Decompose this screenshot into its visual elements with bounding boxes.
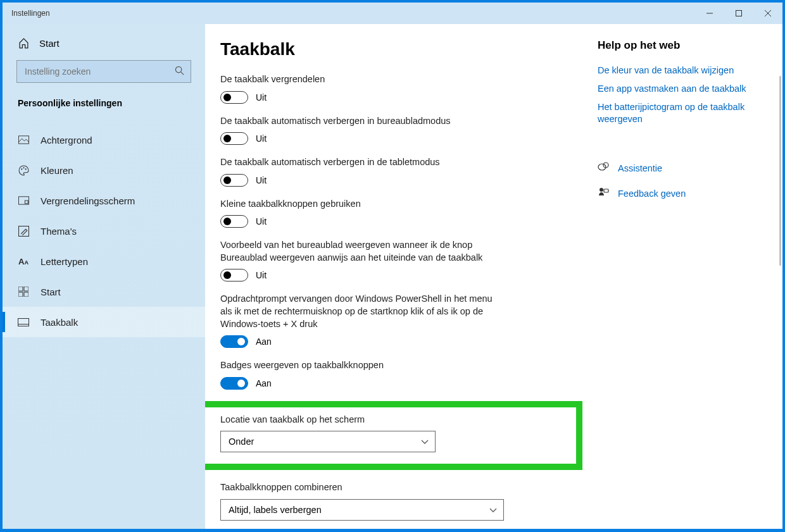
titlebar: Instellingen bbox=[3, 3, 782, 24]
maximize-button[interactable] bbox=[724, 3, 753, 24]
feedback-icon bbox=[598, 187, 609, 201]
sidebar-item-colors[interactable]: Kleuren bbox=[3, 155, 205, 185]
select-value: Altijd, labels verbergen bbox=[229, 505, 322, 515]
toggle-small-buttons[interactable] bbox=[220, 215, 248, 228]
search-field[interactable] bbox=[25, 66, 175, 77]
sidebar-item-label: Thema's bbox=[41, 226, 77, 237]
themes-icon bbox=[18, 226, 29, 237]
svg-rect-11 bbox=[25, 201, 28, 204]
sidebar-item-background[interactable]: Achtergrond bbox=[3, 125, 205, 155]
select-combine[interactable]: Altijd, labels verbergen bbox=[220, 499, 504, 521]
sidebar-item-label: Start bbox=[41, 287, 61, 297]
svg-rect-1 bbox=[736, 11, 742, 16]
setting-label: Taakbalkknoppen combineren bbox=[220, 481, 499, 494]
settings-window: Instellingen Start bbox=[3, 3, 782, 529]
lockscreen-icon bbox=[18, 196, 29, 205]
toggle-state: Uit bbox=[256, 216, 267, 226]
toggle-state: Uit bbox=[256, 92, 267, 102]
sidebar: Start Persoonlijke instellingen Achtergr… bbox=[3, 24, 205, 529]
sidebar-item-label: Lettertypen bbox=[41, 256, 88, 267]
setting-powershell: Opdrachtprompt vervangen door Windows Po… bbox=[220, 293, 582, 348]
help-link[interactable]: Een app vastmaken aan de taakbalk bbox=[598, 83, 762, 95]
minimize-button[interactable] bbox=[695, 3, 724, 24]
scrollbar[interactable] bbox=[779, 76, 781, 266]
help-links: De kleur van de taakbalk wijzigen Een ap… bbox=[598, 65, 762, 125]
toggle-badges[interactable] bbox=[220, 377, 248, 390]
search-input[interactable] bbox=[16, 60, 191, 83]
svg-point-9 bbox=[25, 168, 26, 170]
svg-rect-6 bbox=[18, 136, 28, 144]
svg-point-8 bbox=[23, 167, 24, 168]
svg-rect-15 bbox=[18, 292, 23, 297]
setting-label: De taakbalk automatisch verbergen in bur… bbox=[220, 115, 499, 128]
setting-combine: Taakbalkknoppen combineren Altijd, label… bbox=[220, 481, 582, 521]
sidebar-item-label: Vergrendelingsscherm bbox=[41, 195, 135, 206]
sidebar-item-fonts[interactable]: AA Lettertypen bbox=[3, 246, 205, 276]
window-controls bbox=[695, 3, 782, 24]
picture-icon bbox=[18, 135, 29, 144]
setting-hide-tablet: De taakbalk automatisch verbergen in de … bbox=[220, 156, 582, 187]
sidebar-section-title: Persoonlijke instellingen bbox=[3, 98, 205, 116]
svg-rect-17 bbox=[18, 318, 29, 326]
svg-rect-14 bbox=[24, 287, 28, 291]
home-label: Start bbox=[39, 38, 60, 49]
select-value: Onder bbox=[229, 436, 254, 447]
toggle-powershell[interactable] bbox=[220, 335, 248, 348]
setting-small-buttons: Kleine taakbalkknoppen gebruiken Uit bbox=[220, 198, 582, 228]
toggle-peek[interactable] bbox=[220, 269, 248, 281]
taskbar-icon bbox=[18, 318, 29, 326]
setting-label: Voorbeeld van het bureaublad weergeven w… bbox=[220, 239, 499, 264]
help-feedback[interactable]: Feedback geven bbox=[598, 187, 762, 201]
svg-point-21 bbox=[600, 188, 603, 192]
svg-point-4 bbox=[175, 66, 181, 72]
setting-badges: Badges weergeven op taakbalkknoppen Aan bbox=[220, 359, 582, 390]
home-button[interactable]: Start bbox=[3, 38, 205, 60]
content-area: Start Persoonlijke instellingen Achtergr… bbox=[3, 24, 782, 529]
setting-label: Kleine taakbalkknoppen gebruiken bbox=[220, 198, 499, 211]
sidebar-item-lockscreen[interactable]: Vergrendelingsscherm bbox=[3, 185, 205, 216]
setting-label: Locatie van taakbalk op het scherm bbox=[220, 414, 499, 426]
sidebar-item-themes[interactable]: Thema's bbox=[3, 216, 205, 246]
svg-rect-22 bbox=[604, 189, 608, 192]
sidebar-item-label: Taakbalk bbox=[41, 317, 78, 328]
chevron-down-icon bbox=[421, 436, 429, 447]
toggle-state: Uit bbox=[256, 175, 267, 185]
help-action-label: Assistentie bbox=[618, 163, 662, 173]
settings-column: Taakbalk De taakbalk vergrendelen Uit De… bbox=[205, 24, 598, 529]
help-title: Help op het web bbox=[598, 39, 762, 52]
home-icon bbox=[18, 38, 29, 49]
assist-icon bbox=[598, 161, 609, 175]
svg-rect-16 bbox=[24, 292, 28, 297]
setting-label: Opdrachtprompt vervangen door Windows Po… bbox=[220, 293, 499, 330]
toggle-state: Aan bbox=[256, 378, 272, 388]
select-location[interactable]: Onder bbox=[220, 431, 436, 452]
toggle-lock[interactable] bbox=[220, 91, 248, 104]
chevron-down-icon bbox=[489, 505, 497, 515]
toggle-state: Uit bbox=[256, 270, 267, 280]
setting-label: De taakbalk automatisch verbergen in de … bbox=[220, 156, 499, 169]
setting-label: De taakbalk vergrendelen bbox=[220, 73, 499, 86]
toggle-hide-tablet[interactable] bbox=[220, 174, 248, 187]
sidebar-item-start[interactable]: Start bbox=[3, 276, 205, 307]
sidebar-item-taskbar[interactable]: Taakbalk bbox=[3, 307, 205, 337]
sidebar-item-label: Achtergrond bbox=[41, 135, 92, 145]
help-link[interactable]: Het batterijpictogram op de taakbalk wee… bbox=[598, 101, 762, 125]
toggle-state: Uit bbox=[256, 133, 267, 144]
setting-hide-desktop: De taakbalk automatisch verbergen in bur… bbox=[220, 115, 582, 145]
page-title: Taakbalk bbox=[220, 39, 582, 59]
help-column: Help op het web De kleur van de taakbalk… bbox=[598, 24, 775, 529]
search-icon bbox=[175, 66, 184, 77]
svg-rect-13 bbox=[18, 287, 23, 291]
toggle-state: Aan bbox=[256, 337, 272, 347]
toggle-hide-desktop[interactable] bbox=[220, 132, 248, 145]
help-assist[interactable]: Assistentie bbox=[598, 161, 762, 175]
window-title: Instellingen bbox=[3, 9, 695, 18]
fonts-icon: AA bbox=[18, 257, 29, 266]
help-action-label: Feedback geven bbox=[618, 189, 686, 199]
main-panel: Taakbalk De taakbalk vergrendelen Uit De… bbox=[205, 24, 782, 529]
close-button[interactable] bbox=[753, 3, 782, 24]
help-link[interactable]: De kleur van de taakbalk wijzigen bbox=[598, 65, 762, 77]
setting-peek: Voorbeeld van het bureaublad weergeven w… bbox=[220, 239, 582, 281]
svg-line-5 bbox=[181, 72, 184, 75]
sidebar-nav: Achtergrond Kleuren Vergrendelingsscherm… bbox=[3, 116, 205, 337]
